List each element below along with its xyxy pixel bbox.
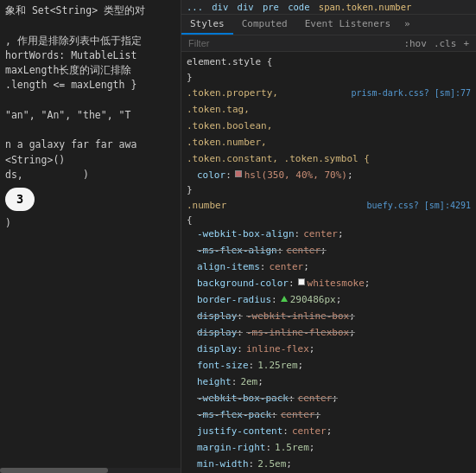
prop-name: background-color [197, 276, 289, 291]
breadcrumb-selected[interactable]: span.token.number [319, 2, 411, 12]
prop-value: center [286, 243, 321, 258]
prop-value: center [281, 407, 315, 422]
css-prop-display: display : inline-flex ; [181, 341, 476, 357]
css-selector-tag: .token.tag, [181, 101, 476, 118]
prop-semicolon: ; [347, 168, 353, 182]
prop-name: -webkit-box-align [197, 227, 295, 241]
prop-name: -webkit-box-pack [197, 391, 289, 406]
prop-value: center [269, 259, 303, 274]
left-code-panel: 象和 Set<String> 类型的对 , 作用是排除列表中低于指定 hortW… [0, 0, 181, 473]
prop-colon: : [225, 168, 232, 182]
css-selector-line-number: .number buefy.css? [sm]:4291 [181, 198, 476, 214]
color-swatch-whitesmoke[interactable] [298, 278, 305, 285]
css-close-brace: } [181, 183, 476, 196]
css-prop-font-size: font-size : 1.25rem ; [181, 357, 476, 374]
prop-name: height [197, 374, 232, 389]
triangle-swatch[interactable] [281, 296, 288, 302]
prop-name: border-radius [197, 292, 271, 307]
css-block-token-property: .token.property, prism-dark.css? [sm]:77… [181, 85, 476, 198]
prop-name: margin-right [197, 440, 265, 455]
filter-bar: :hov .cls + [181, 35, 476, 52]
code-line-8: "an", "An", "the", "T [5, 108, 175, 123]
prop-value: -ms-inline-flexbox [246, 325, 349, 340]
code-line-2 [5, 18, 175, 33]
css-close-brace: } [181, 71, 476, 84]
hov-button[interactable]: :hov [400, 38, 430, 49]
css-prop-webkit-box-align: -webkit-box-align : center ; [181, 226, 476, 242]
css-prop-align-items: align-items : center ; [181, 259, 476, 275]
css-selector-boolean: .token.boolean, [181, 118, 476, 134]
css-file-link[interactable]: prism-dark.css? [sm]:77 [352, 86, 471, 101]
breadcrumb-item[interactable]: div [212, 2, 228, 12]
prop-value: inline-flex [246, 342, 309, 356]
breadcrumb-item[interactable]: code [288, 2, 309, 12]
prop-value: center [292, 424, 327, 438]
tab-computed[interactable]: Computed [233, 15, 296, 35]
prop-value: 290486px [290, 292, 336, 307]
css-prop-justify-content: justify-content : center ; [181, 423, 476, 439]
css-selector: element.style { [187, 55, 272, 70]
tab-event-listeners[interactable]: Event Listeners [296, 15, 399, 35]
code-line-12: ds, ) [5, 168, 175, 182]
prop-value: whitesmoke [308, 276, 365, 291]
tab-more[interactable]: » [399, 15, 416, 35]
code-line-14: ) [5, 216, 175, 231]
code-line-5: maxLength长度的词汇排除 [5, 63, 175, 78]
css-prop-margin-right: margin-right : 1.5rem ; [181, 439, 476, 456]
badge-container: 3 [5, 186, 175, 213]
prop-value: 1.25rem [257, 358, 297, 373]
breadcrumb: ... div div pre code span.token.number [181, 0, 476, 15]
css-selector-constant: .token.constant, .token.symbol { [181, 150, 476, 167]
prop-name: -ms-flex-pack [197, 407, 271, 422]
breadcrumb-item[interactable]: pre [263, 2, 279, 12]
prop-name: color [197, 168, 225, 182]
prop-value: center [303, 227, 338, 241]
breadcrumb-item[interactable]: div [238, 2, 254, 12]
horizontal-scrollbar[interactable] [0, 468, 181, 473]
scrollbar-thumb [0, 468, 108, 473]
code-line-10: n a galaxy far far awa [5, 137, 175, 152]
code-line-4: hortWords: MutableList [5, 48, 175, 63]
css-prop-min-width: min-width : 2.5em ; [181, 456, 476, 472]
prop-value: 2em [240, 374, 257, 389]
cls-button[interactable]: .cls [430, 38, 460, 49]
prop-value: -webkit-inline-box [246, 309, 349, 323]
css-prop-background-color: background-color : whitesmoke ; [181, 275, 476, 291]
color-swatch[interactable] [235, 170, 242, 177]
number-badge: 3 [5, 188, 35, 211]
prop-name: display [197, 342, 237, 356]
css-file-link[interactable]: buefy.css? [sm]:4291 [367, 199, 471, 214]
css-block-number: .number buefy.css? [sm]:4291 { -webkit-b… [181, 197, 476, 473]
code-line-3: , 作用是排除列表中低于指定 [5, 34, 175, 48]
code-line-6: .length <= maxLength } [5, 78, 175, 93]
prop-name: display [197, 309, 237, 323]
tab-styles[interactable]: Styles [181, 15, 233, 35]
code-line-9 [5, 123, 175, 137]
code-line-7 [5, 93, 175, 108]
devtools-panel: ... div div pre code span.token.number S… [181, 0, 476, 473]
code-line-11: <String>() [5, 153, 175, 168]
css-prop-webkit-box-pack: -webkit-box-pack : center ; [181, 390, 476, 406]
filter-input[interactable] [185, 37, 400, 49]
css-prop-border-radius: border-radius : 290486px ; [181, 291, 476, 308]
css-selector: .token.property, [187, 86, 278, 101]
css-prop-ms-flex-align: -ms-flex-align : center ; [181, 242, 476, 259]
css-prop-height: height : 2em ; [181, 374, 476, 390]
prop-name: min-width [197, 457, 249, 471]
css-content[interactable]: element.style { } .token.property, prism… [181, 52, 476, 473]
breadcrumb-item[interactable]: ... [187, 2, 203, 12]
prop-name: display [197, 325, 237, 340]
css-prop-ms-flex-pack: -ms-flex-pack : center ; [181, 406, 476, 423]
css-prop-color: color : hsl(350, 40%, 70%) ; [181, 167, 476, 183]
prop-name: font-size [197, 358, 249, 373]
css-block-element-style: element.style { } [181, 54, 476, 85]
css-selector-number: .token.number, [181, 134, 476, 150]
css-multi-selector-line: .token.property, prism-dark.css? [sm]:77 [181, 86, 476, 102]
css-prop-display-ms: display : -ms-inline-flexbox ; [181, 324, 476, 341]
prop-name: -ms-flex-align [197, 243, 277, 258]
code-line-1: 象和 Set<String> 类型的对 [5, 3, 175, 18]
prop-name: align-items [197, 259, 260, 274]
prop-value: 1.5rem [275, 440, 309, 455]
add-style-button[interactable]: + [460, 38, 473, 49]
css-selector: .number [187, 199, 226, 214]
